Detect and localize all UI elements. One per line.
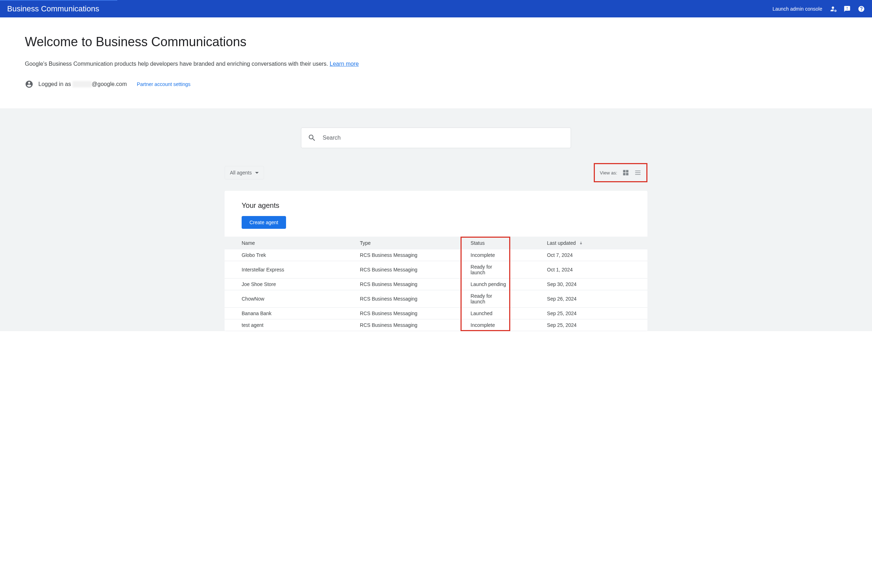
page-title: Welcome to Business Communications	[25, 34, 847, 50]
header-right-group: Launch admin console	[773, 5, 865, 12]
cell-type: RCS Business Messaging	[360, 290, 466, 308]
cell-status: Ready for launch	[465, 290, 508, 308]
cell-status: Launched	[465, 308, 508, 320]
view-as-label: View as:	[600, 170, 617, 176]
redacted-username	[72, 81, 92, 87]
cell-status: Incomplete	[465, 320, 508, 331]
chevron-down-icon	[255, 172, 259, 174]
search-icon	[308, 134, 316, 142]
controls-row: All agents View as:	[225, 163, 647, 191]
table-row[interactable]: Banana BankRCS Business MessagingLaunche…	[225, 308, 647, 320]
table-row[interactable]: ChowNowRCS Business MessagingReady for l…	[225, 290, 647, 308]
cell-updated: Sep 26, 2024	[508, 290, 647, 308]
view-controls-highlight: View as:	[594, 163, 647, 182]
login-prefix: Logged in as	[38, 81, 72, 87]
welcome-description: Google's Business Communication products…	[25, 61, 847, 67]
cell-status: Incomplete	[465, 249, 508, 261]
feedback-icon[interactable]	[843, 5, 851, 12]
table-wrapper: Name Type Status Last updated Globo Trek…	[225, 237, 647, 331]
help-icon[interactable]	[858, 5, 865, 12]
grid-view-icon[interactable]	[622, 169, 629, 176]
account-circle-icon	[25, 80, 33, 88]
cell-type: RCS Business Messaging	[360, 308, 466, 320]
cell-name: test agent	[225, 320, 360, 331]
cell-type: RCS Business Messaging	[360, 320, 466, 331]
cell-updated: Sep 25, 2024	[508, 320, 647, 331]
card-header: Your agents Create agent	[225, 191, 647, 237]
filter-dropdown[interactable]: All agents	[225, 166, 264, 179]
cell-name: ChowNow	[225, 290, 360, 308]
cell-name: Joe Shoe Store	[225, 279, 360, 290]
cell-name: Globo Trek	[225, 249, 360, 261]
agents-card: Your agents Create agent Name Type Statu…	[225, 191, 647, 331]
column-type[interactable]: Type	[360, 237, 466, 249]
create-agent-button[interactable]: Create agent	[242, 216, 286, 229]
table-header-row: Name Type Status Last updated	[225, 237, 647, 249]
cell-type: RCS Business Messaging	[360, 249, 466, 261]
column-status[interactable]: Status	[465, 237, 508, 249]
search-box[interactable]	[301, 128, 571, 148]
cell-updated: Sep 30, 2024	[508, 279, 647, 290]
cell-updated: Oct 1, 2024	[508, 261, 647, 279]
cell-type: RCS Business Messaging	[360, 279, 466, 290]
search-container	[301, 128, 571, 148]
main-content: All agents View as: Your agents Create a…	[0, 108, 872, 331]
top-header: Business Communications Launch admin con…	[0, 0, 872, 17]
email-suffix: @google.com	[92, 81, 127, 87]
cell-updated: Oct 7, 2024	[508, 249, 647, 261]
agents-card-title: Your agents	[242, 201, 630, 210]
login-row: Logged in as @google.com Partner account…	[25, 80, 847, 88]
sort-down-icon	[578, 241, 584, 246]
column-last-updated[interactable]: Last updated	[508, 237, 647, 249]
cell-type: RCS Business Messaging	[360, 261, 466, 279]
logged-in-text: Logged in as @google.com	[38, 81, 127, 88]
welcome-section: Welcome to Business Communications Googl…	[0, 17, 872, 108]
partner-settings-icon[interactable]	[829, 5, 836, 12]
cell-name: Banana Bank	[225, 308, 360, 320]
last-updated-label: Last updated	[547, 240, 576, 246]
table-row[interactable]: Joe Shoe StoreRCS Business MessagingLaun…	[225, 279, 647, 290]
cell-updated: Sep 25, 2024	[508, 308, 647, 320]
welcome-text-content: Google's Business Communication products…	[25, 61, 328, 67]
partner-account-settings-link[interactable]: Partner account settings	[137, 81, 191, 87]
agents-table: Name Type Status Last updated Globo Trek…	[225, 237, 647, 331]
table-row[interactable]: Interstellar ExpressRCS Business Messagi…	[225, 261, 647, 279]
column-name[interactable]: Name	[225, 237, 360, 249]
cell-name: Interstellar Express	[225, 261, 360, 279]
table-row[interactable]: test agentRCS Business MessagingIncomple…	[225, 320, 647, 331]
app-title[interactable]: Business Communications	[7, 4, 99, 14]
learn-more-link[interactable]: Learn more	[330, 61, 359, 67]
filter-label: All agents	[230, 170, 252, 176]
table-row[interactable]: Globo TrekRCS Business MessagingIncomple…	[225, 249, 647, 261]
agents-tbody: Globo TrekRCS Business MessagingIncomple…	[225, 249, 647, 331]
cell-status: Ready for launch	[465, 261, 508, 279]
list-view-icon[interactable]	[634, 169, 641, 176]
search-input[interactable]	[323, 135, 564, 141]
cell-status: Launch pending	[465, 279, 508, 290]
launch-admin-console-link[interactable]: Launch admin console	[773, 6, 822, 12]
header-icon-group	[829, 5, 865, 12]
